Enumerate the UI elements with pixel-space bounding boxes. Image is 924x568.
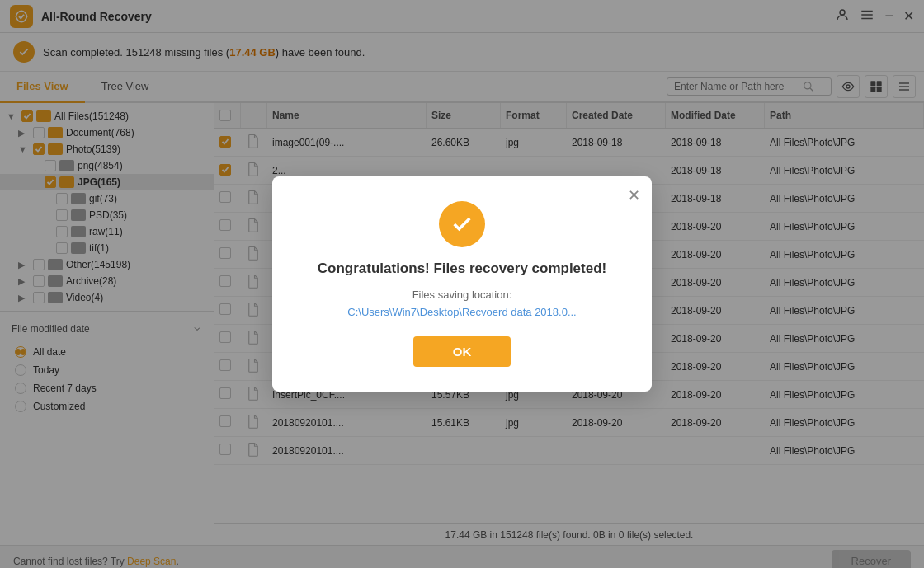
modal-close-button[interactable]: ✕	[628, 186, 640, 204]
modal-overlay: ✕ Congratulations! Files recovery comple…	[0, 0, 924, 568]
modal-title: Congratulations! Files recovery complete…	[305, 261, 619, 277]
recovery-modal: ✕ Congratulations! Files recovery comple…	[272, 176, 652, 392]
modal-ok-button[interactable]: OK	[413, 336, 512, 367]
modal-check-icon	[439, 201, 485, 247]
modal-path-link[interactable]: C:\Users\Win7\Desktop\Recvoerd data 2018…	[305, 306, 619, 318]
modal-subtitle: Files saving location:	[305, 289, 619, 301]
